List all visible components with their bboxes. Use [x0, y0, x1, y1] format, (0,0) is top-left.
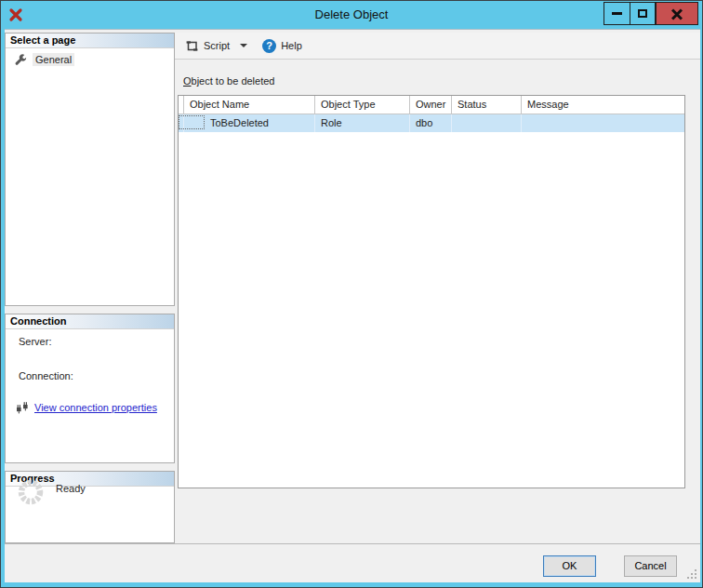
cell-status [452, 114, 522, 132]
table-row[interactable]: ToBeDeleted Role dbo [179, 114, 684, 132]
sidebar-item-general[interactable]: General [14, 51, 174, 67]
script-button[interactable]: Script [181, 36, 251, 56]
ok-button[interactable]: OK [543, 555, 596, 577]
objects-grid[interactable]: Object Name Object Type Owner Status Mes… [178, 95, 685, 488]
spinner-icon [17, 478, 45, 506]
delete-object-dialog: { "window": { "title": "Delete Object" }… [0, 0, 703, 588]
minimize-icon [612, 12, 622, 15]
column-header-owner[interactable]: Owner [410, 96, 452, 114]
column-header-status[interactable]: Status [452, 96, 522, 114]
help-button-label: Help [281, 40, 302, 51]
sidebar-item-label: General [33, 53, 74, 66]
titlebar: Delete Object [1, 1, 702, 29]
progress-status: Ready [56, 483, 86, 494]
connection-label: Connection: [19, 370, 73, 381]
resize-grip[interactable] [685, 568, 697, 580]
script-icon [185, 39, 199, 53]
plugs-icon [15, 400, 30, 415]
server-label: Server: [19, 336, 51, 347]
dialog-toolbar: Script ? Help [175, 33, 700, 60]
select-a-page-header: Select a page [6, 33, 174, 48]
cell-object-type: Role [315, 114, 410, 132]
cell-owner: dbo [410, 114, 452, 132]
column-header-object-type[interactable]: Object Type [315, 96, 410, 114]
dialog-footer: OK Cancel [5, 543, 700, 582]
maximize-button[interactable] [630, 2, 656, 25]
cancel-button[interactable]: Cancel [624, 555, 677, 577]
row-focus-box [179, 115, 205, 129]
cell-message [522, 114, 684, 132]
minimize-button[interactable] [604, 2, 630, 25]
dialog-client-area: Select a page General Connection Server:… [5, 29, 700, 581]
object-to-be-deleted-label: Object to be deleted [183, 75, 274, 87]
column-header-object-name[interactable]: Object Name [184, 96, 315, 114]
wrench-icon [14, 53, 27, 66]
window-title: Delete Object [1, 7, 702, 21]
script-dropdown-icon[interactable] [240, 44, 247, 47]
help-button[interactable]: ? Help [259, 36, 306, 56]
maximize-icon [638, 9, 647, 18]
help-icon: ? [262, 39, 276, 53]
column-header-message[interactable]: Message [522, 96, 684, 114]
progress-panel: Progress Ready [5, 471, 175, 543]
close-button[interactable] [656, 2, 698, 25]
close-icon [671, 8, 683, 20]
select-a-page-panel: Select a page General [5, 33, 175, 306]
connection-header: Connection [6, 314, 174, 329]
view-connection-properties-link[interactable]: View connection properties [34, 402, 157, 413]
script-button-label: Script [204, 40, 230, 51]
connection-panel: Connection Server: Connection: View conn… [5, 314, 175, 463]
grid-header-row: Object Name Object Type Owner Status Mes… [179, 96, 684, 114]
